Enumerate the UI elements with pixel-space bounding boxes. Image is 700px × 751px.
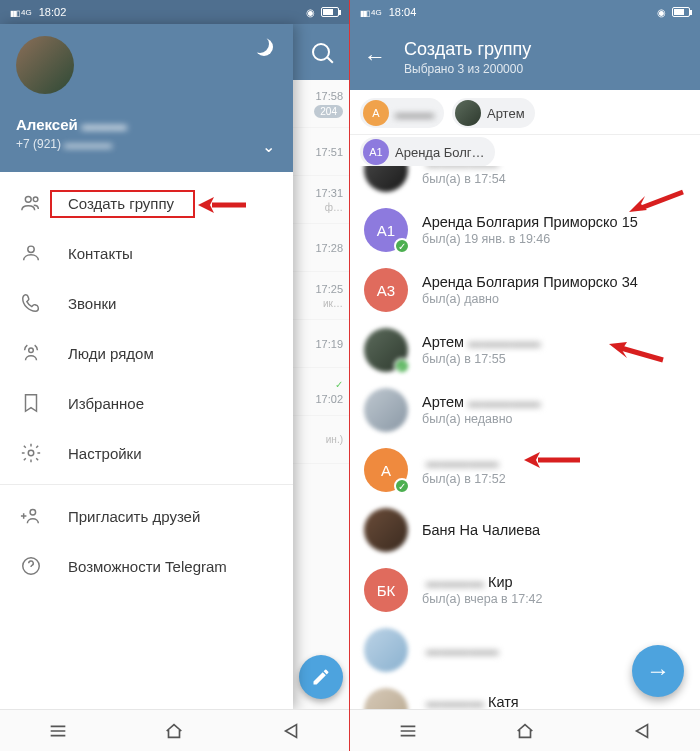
menu-label: Настройки <box>68 445 142 462</box>
svg-point-0 <box>25 196 31 202</box>
system-nav-bar <box>350 709 700 751</box>
contact-name: Баня На Чалиева <box>422 522 540 538</box>
menu-label: Избранное <box>68 395 144 412</box>
selection-count: Выбрано 3 из 200000 <box>404 62 531 76</box>
system-nav-bar <box>0 709 349 751</box>
nav-recent-icon[interactable] <box>47 720 69 742</box>
contact-avatar: А1✓ <box>364 208 408 252</box>
contact-avatar: ✓ <box>364 328 408 372</box>
page-title: Создать группу <box>404 39 531 60</box>
contact-name: Аренда Болгария Приморско 34 <box>422 274 638 290</box>
contact-name: ▬▬▬▬▬ <box>422 454 506 470</box>
contact-avatar: А✓ <box>364 448 408 492</box>
chip[interactable]: А▬▬▬ <box>360 98 444 128</box>
contact-name: Аренда Болгария Приморско 15 <box>422 214 638 230</box>
nearby-icon <box>20 342 42 364</box>
contact-avatar <box>364 628 408 672</box>
night-mode-icon[interactable] <box>255 38 275 58</box>
chip-label: Артем <box>487 106 525 121</box>
contact-row[interactable]: БК▬▬▬▬ Кирбыл(а) вчера в 17:42 <box>350 560 700 620</box>
contact-row[interactable]: ✓Артем▬▬▬▬▬был(а) в 17:55 <box>350 320 700 380</box>
nav-recent-icon[interactable] <box>397 720 419 742</box>
contact-name: ▬▬▬▬▬ <box>422 166 506 170</box>
menu-label: Возможности Telegram <box>68 558 227 575</box>
contact-status: был(а) 19 янв. в 19:46 <box>422 232 638 246</box>
chip[interactable]: Артем <box>452 98 535 128</box>
chip-label: Аренда Болг… <box>395 145 485 160</box>
svg-point-1 <box>33 197 38 202</box>
nav-home-icon[interactable] <box>514 720 536 742</box>
menu-label: Создать группу <box>68 195 174 212</box>
menu-contacts[interactable]: Контакты <box>0 228 293 278</box>
gear-icon <box>20 442 42 464</box>
navigation-drawer: Алексей▬▬▬ +7 (921)▬▬▬▬ ⌄ Создать группу… <box>0 24 293 709</box>
contact-name: Артем▬▬▬▬▬ <box>422 334 540 350</box>
chip-avatar <box>455 100 481 126</box>
contact-status: был(а) недавно <box>422 412 540 426</box>
contact-list[interactable]: ▬▬▬▬▬был(а) в 17:54А1✓Аренда Болгария Пр… <box>350 166 700 709</box>
user-phone: +7 (921) <box>16 137 61 151</box>
nav-back-icon[interactable] <box>280 720 302 742</box>
contact-avatar: БК <box>364 568 408 612</box>
contact-status: был(а) в 17:55 <box>422 352 540 366</box>
contact-row[interactable]: ▬▬▬▬▬был(а) в 17:54 <box>350 166 700 200</box>
phone-icon <box>20 292 42 314</box>
svg-point-2 <box>28 246 34 252</box>
check-icon: ✓ <box>394 238 410 254</box>
status-time: 18:04 <box>389 6 417 18</box>
check-icon: ✓ <box>394 478 410 494</box>
svg-point-4 <box>28 450 34 456</box>
contact-row[interactable]: Артем▬▬▬▬▬был(а) недавно <box>350 380 700 440</box>
chip[interactable]: А1Аренда Болг… <box>360 137 495 167</box>
avatar[interactable] <box>16 36 74 94</box>
contact-status: был(а) в 17:54 <box>422 172 506 186</box>
chevron-down-icon[interactable]: ⌄ <box>262 137 275 156</box>
contact-avatar <box>364 508 408 552</box>
menu-calls[interactable]: Звонки <box>0 278 293 328</box>
menu-label: Люди рядом <box>68 345 154 362</box>
contact-row[interactable]: Баня На Чалиева <box>350 500 700 560</box>
menu-label: Звонки <box>68 295 116 312</box>
svg-point-5 <box>30 510 36 515</box>
chat-list-partial: 17:58204 17:51 17:31ф… 17:28 17:25ик… 17… <box>293 24 349 709</box>
bookmark-icon <box>20 392 42 414</box>
nav-home-icon[interactable] <box>163 720 185 742</box>
contact-avatar: А3 <box>364 268 408 312</box>
back-icon[interactable]: ← <box>364 44 386 70</box>
check-icon: ✓ <box>394 358 410 374</box>
contact-status: был(а) давно <box>422 292 638 306</box>
contact-name: ▬▬▬▬▬ <box>422 642 499 658</box>
contact-avatar <box>364 388 408 432</box>
next-fab[interactable]: → <box>632 645 684 697</box>
person-icon <box>20 242 42 264</box>
contact-status: был(а) в 17:52 <box>422 472 506 486</box>
new-message-fab[interactable] <box>299 655 343 699</box>
help-icon <box>20 555 42 577</box>
menu-label: Контакты <box>68 245 133 262</box>
chip-avatar: А <box>363 100 389 126</box>
chip-avatar: А1 <box>363 139 389 165</box>
status-time: 18:02 <box>39 6 67 18</box>
create-group-header: ← Создать группу Выбрано 3 из 200000 <box>350 24 700 90</box>
contact-row[interactable]: А1✓Аренда Болгария Приморско 15был(а) 19… <box>350 200 700 260</box>
contact-status: был(а) вчера в 17:42 <box>422 592 543 606</box>
menu-invite[interactable]: Пригласить друзей <box>0 491 293 541</box>
status-bar: 4G 18:02 <box>0 0 349 24</box>
drawer-header[interactable]: Алексей▬▬▬ +7 (921)▬▬▬▬ ⌄ <box>0 24 293 172</box>
menu-settings[interactable]: Настройки <box>0 428 293 478</box>
menu-nearby[interactable]: Люди рядом <box>0 328 293 378</box>
selected-chips: А▬▬▬ Артем <box>350 90 700 135</box>
contact-avatar <box>364 688 408 709</box>
user-name: Алексей <box>16 116 78 133</box>
contact-row[interactable]: А✓▬▬▬▬▬был(а) в 17:52 <box>350 440 700 500</box>
svg-point-3 <box>29 348 34 353</box>
menu-saved[interactable]: Избранное <box>0 378 293 428</box>
menu-faq[interactable]: Возможности Telegram <box>0 541 293 591</box>
group-icon <box>20 192 42 214</box>
nav-back-icon[interactable] <box>631 720 653 742</box>
menu-label: Пригласить друзей <box>68 508 200 525</box>
contact-name: ▬▬▬▬ Кир <box>422 574 543 590</box>
contact-row[interactable]: А3Аренда Болгария Приморско 34был(а) дав… <box>350 260 700 320</box>
search-icon[interactable] <box>293 24 349 80</box>
menu-new-group[interactable]: Создать группу <box>0 178 293 228</box>
